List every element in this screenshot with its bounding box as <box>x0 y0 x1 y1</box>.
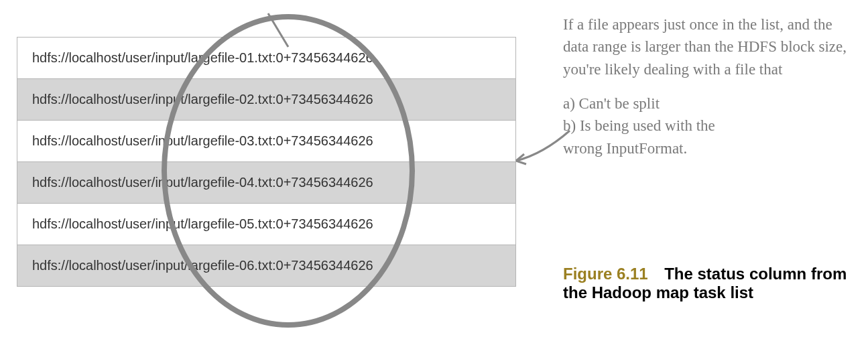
figure-label: Figure 6.11 <box>563 265 648 283</box>
status-cell: hdfs://localhost/user/input/largefile-01… <box>17 38 516 79</box>
status-cell: hdfs://localhost/user/input/largefile-05… <box>17 204 516 245</box>
status-cell: hdfs://localhost/user/input/largefile-03… <box>17 121 516 162</box>
status-cell: hdfs://localhost/user/input/largefile-02… <box>17 79 516 121</box>
annotation-list: a) Can't be split b) Is being used with … <box>563 92 848 159</box>
table-row: hdfs://localhost/user/input/largefile-03… <box>17 121 516 162</box>
annotation-item-b-cont: wrong InputFormat. <box>563 137 848 159</box>
status-column-table: hdfs://localhost/user/input/largefile-01… <box>17 37 516 287</box>
table-row: hdfs://localhost/user/input/largefile-02… <box>17 79 516 121</box>
table-row: hdfs://localhost/user/input/largefile-05… <box>17 204 516 245</box>
annotation-item-a: a) Can't be split <box>563 92 848 115</box>
table-row: hdfs://localhost/user/input/largefile-06… <box>17 245 516 287</box>
figure-caption: Figure 6.11 The status column from the H… <box>563 265 855 302</box>
table-row: hdfs://localhost/user/input/largefile-01… <box>17 38 516 79</box>
status-cell: hdfs://localhost/user/input/largefile-06… <box>17 245 516 287</box>
annotation-area: If a file appears just once in the list,… <box>536 0 868 339</box>
figure-caption-text <box>651 265 664 283</box>
table-row: hdfs://localhost/user/input/largefile-04… <box>17 162 516 204</box>
status-table-area: hdfs://localhost/user/input/largefile-01… <box>0 0 536 339</box>
annotation-intro: If a file appears just once in the list,… <box>563 13 848 80</box>
annotation-item-b: b) Is being used with the <box>563 115 848 137</box>
status-cell: hdfs://localhost/user/input/largefile-04… <box>17 162 516 204</box>
